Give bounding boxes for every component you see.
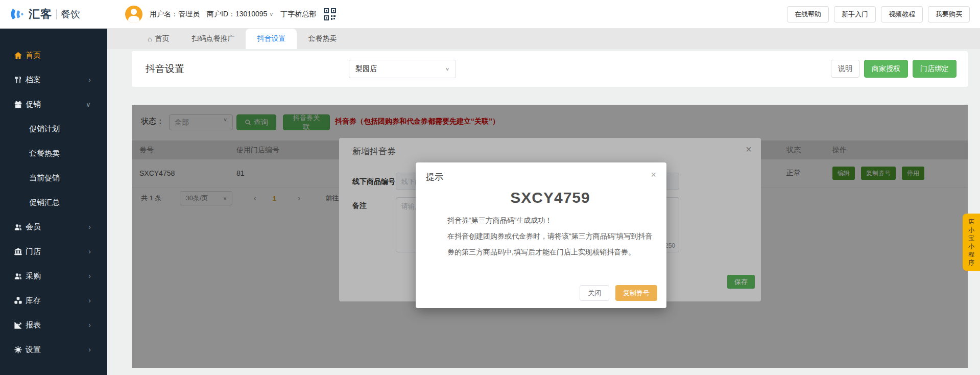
app-root: 汇客 餐饮 用户名：管理员 商户ID：13010095 ∨ 丁字桥总部 — [0, 0, 980, 375]
merchant-id-dropdown[interactable]: 商户ID：13010095 ∨ — [207, 10, 273, 19]
page-title: 抖音设置 — [146, 62, 184, 76]
mini-program-side-tab[interactable]: 店小宝小程序 — [963, 214, 980, 271]
close-icon[interactable]: × — [651, 170, 656, 179]
utensils-icon — [14, 76, 22, 84]
merchant-id-label: 商户ID：13010095 — [207, 10, 267, 19]
douyin-settings-panel: 抖音设置 梨园店 ∨ 说明 商家授权 门店绑定 — [132, 51, 968, 87]
mini-program-side-tab-label: 店小宝小程序 — [968, 218, 975, 267]
sidebar-item-members[interactable]: 会员 › — [0, 215, 107, 239]
store-bind-button[interactable]: 门店绑定 — [913, 60, 957, 78]
header-actions: 在线帮助 新手入门 视频教程 我要购买 — [787, 0, 970, 29]
chevron-right-icon: › — [88, 296, 91, 304]
sidebar-item-settings[interactable]: 设置 › — [0, 337, 107, 362]
tab-label: 首页 — [155, 34, 169, 43]
sidebar-item-inventory[interactable]: 库存 › — [0, 288, 107, 313]
sidebar-item-promotion[interactable]: 促销 ∨ — [0, 92, 107, 116]
cubes-icon — [14, 296, 22, 305]
tab-douyin-settings[interactable]: 抖音设置 — [246, 29, 297, 49]
logo-brand-text: 汇客 — [29, 7, 52, 22]
alert-close-button[interactable]: 关闭 — [580, 285, 609, 301]
chevron-right-icon: › — [88, 76, 91, 84]
sidebar-item-label: 促销 — [26, 100, 41, 109]
logo-suffix-text: 餐饮 — [61, 8, 80, 21]
home-icon — [14, 51, 22, 60]
sidebar-item-label: 门店 — [26, 247, 41, 256]
chevron-right-icon: › — [88, 272, 91, 280]
top-header: 汇客 餐饮 用户名：管理员 商户ID：13010095 ∨ 丁字桥总部 — [0, 0, 980, 29]
alert-message-line1: 抖音券“第三方商品码”生成成功！ — [447, 213, 653, 228]
purchase-button[interactable]: 我要购买 — [928, 6, 970, 22]
sidebar-item-archives[interactable]: 档案 › — [0, 67, 107, 92]
alert-footer: 关闭 复制券号 — [580, 285, 657, 301]
logo-icon — [9, 8, 25, 21]
panel-actions: 说明 商家授权 门店绑定 — [831, 60, 957, 78]
home-icon: ⌂ — [148, 35, 152, 42]
sidebar-item-purchasing[interactable]: 采购 › — [0, 264, 107, 288]
sidebar-nav: 首页 档案 › 促销 ∨ 促销计划 套餐热卖 当前促销 促销汇总 会员 › — [0, 29, 107, 375]
alert-copy-coupon-button[interactable]: 复制券号 — [615, 285, 657, 301]
sidebar-item-label: 会员 — [26, 222, 41, 232]
sidebar-item-label: 档案 — [26, 75, 41, 85]
chart-line-icon — [14, 321, 22, 330]
sidebar-item-label: 库存 — [26, 296, 41, 306]
sidebar-item-reports[interactable]: 报表 › — [0, 313, 107, 337]
sidebar-subitem-current-promo[interactable]: 当前促销 — [0, 166, 107, 190]
store-select[interactable]: 梨园店 ∨ — [349, 60, 456, 78]
gift-icon — [14, 100, 22, 109]
alert-message-line2: 在抖音创建团购券或代金券时，请将该“第三方商品码”填写到抖音券的第三方商品码中,… — [447, 228, 653, 260]
user-name-label: 用户名：管理员 — [150, 10, 200, 19]
sidebar-item-label: 设置 — [26, 345, 41, 355]
bank-icon — [14, 247, 22, 256]
user-avatar — [125, 6, 142, 23]
chevron-right-icon: › — [88, 223, 91, 231]
chevron-right-icon: › — [88, 247, 91, 255]
store-name-label: 丁字桥总部 — [280, 10, 316, 19]
sidebar-subitem-combo-hot[interactable]: 套餐热卖 — [0, 141, 107, 166]
chevron-right-icon: › — [88, 321, 91, 329]
coupon-created-alert: 提示 × SXCY4759 抖音券“第三方商品码”生成成功！ 在抖音创建团购券或… — [416, 162, 666, 308]
sidebar-item-stores[interactable]: 门店 › — [0, 239, 107, 264]
alert-title: 提示 — [426, 171, 443, 183]
qr-code-icon[interactable] — [323, 8, 337, 21]
sidebar-subitem-promo-summary[interactable]: 促销汇总 — [0, 190, 107, 215]
sidebar-item-label: 采购 — [26, 271, 41, 281]
user-info: 用户名：管理员 商户ID：13010095 ∨ 丁字桥总部 — [125, 0, 337, 29]
video-tutorial-button[interactable]: 视频教程 — [881, 6, 923, 22]
tab-label: 抖音设置 — [257, 34, 285, 43]
store-select-value: 梨园店 — [355, 64, 377, 74]
chevron-down-icon: ∨ — [445, 66, 449, 72]
tab-label: 扫码点餐推广 — [192, 34, 234, 43]
beginner-guide-button[interactable]: 新手入门 — [834, 6, 876, 22]
tab-home[interactable]: ⌂ 首页 — [136, 29, 180, 49]
app-logo: 汇客 餐饮 — [9, 0, 80, 29]
tab-scan-order-promo[interactable]: 扫码点餐推广 — [180, 29, 246, 49]
merchant-auth-button[interactable]: 商家授权 — [864, 60, 908, 78]
online-help-button[interactable]: 在线帮助 — [787, 6, 829, 22]
sidebar-item-label: 报表 — [26, 320, 41, 330]
tab-combo-hot[interactable]: 套餐热卖 — [297, 29, 348, 49]
generated-coupon-code: SXCY4759 — [447, 189, 653, 206]
alert-body: SXCY4759 抖音券“第三方商品码”生成成功！ 在抖音创建团购券或代金券时，… — [416, 187, 666, 260]
sidebar-item-label: 首页 — [26, 51, 41, 60]
sidebar-item-home[interactable]: 首页 — [0, 43, 107, 67]
chevron-down-icon: ∨ — [86, 100, 91, 108]
chevron-down-icon: ∨ — [269, 12, 273, 17]
explain-button[interactable]: 说明 — [831, 60, 859, 78]
chevron-right-icon: › — [88, 345, 91, 354]
sidebar-subitem-promo-plan[interactable]: 促销计划 — [0, 116, 107, 141]
gear-icon — [14, 345, 22, 354]
tab-label: 套餐热卖 — [308, 34, 337, 43]
logo-divider — [56, 9, 57, 19]
main-area: ⌂ 首页 扫码点餐推广 抖音设置 套餐热卖 抖音设置 梨园店 ∨ 说明 商家授权 — [107, 29, 980, 375]
users-icon — [14, 223, 22, 231]
users-icon — [14, 272, 22, 280]
tab-bar: ⌂ 首页 扫码点餐推广 抖音设置 套餐热卖 — [107, 29, 980, 49]
